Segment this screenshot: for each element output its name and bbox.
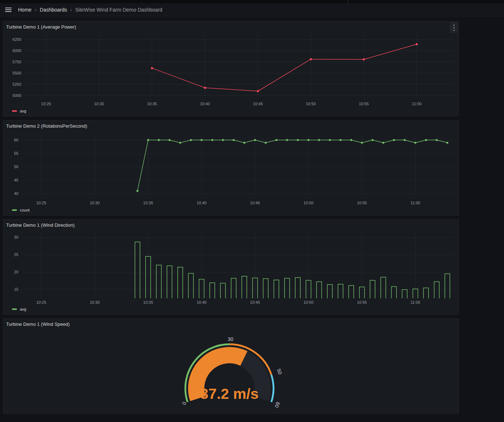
legend-series-marker <box>12 110 17 112</box>
svg-text:10:55: 10:55 <box>359 102 369 106</box>
svg-text:0: 0 <box>181 401 187 406</box>
svg-text:10:40: 10:40 <box>197 300 207 304</box>
svg-text:10:55: 10:55 <box>357 201 367 205</box>
svg-text:11:00: 11:00 <box>412 102 422 106</box>
svg-text:60: 60 <box>274 401 281 409</box>
hamburger-icon <box>5 8 12 8</box>
svg-text:10:25: 10:25 <box>41 102 51 106</box>
breadcrumb-dashboards[interactable]: Dashboards <box>40 7 67 13</box>
svg-text:5750: 5750 <box>13 60 21 64</box>
svg-text:10:40: 10:40 <box>197 201 207 205</box>
svg-text:10:50: 10:50 <box>303 201 314 205</box>
legend-series-marker <box>12 209 17 211</box>
panel-title[interactable]: Turbine Demo 1 (Average Power) <box>6 24 76 30</box>
svg-text:40: 40 <box>14 191 18 196</box>
panel-title[interactable]: Turbine Demo 2 (RotationsPerSecond) <box>6 123 87 129</box>
svg-text:10:30: 10:30 <box>90 201 100 205</box>
legend-series-label: avg <box>20 109 26 113</box>
panel-wind-speed: Turbine Demo 1 (Wind Speed) 030506037.2 … <box>3 318 459 414</box>
svg-text:25: 25 <box>14 252 18 257</box>
svg-text:50: 50 <box>276 368 283 375</box>
svg-text:5500: 5500 <box>13 71 21 75</box>
chevron-right-icon: › <box>70 7 72 13</box>
svg-text:45: 45 <box>14 178 18 182</box>
legend-item-count[interactable]: count <box>12 207 456 213</box>
svg-text:10:35: 10:35 <box>143 300 153 304</box>
svg-text:10:35: 10:35 <box>143 201 153 205</box>
panel-title[interactable]: Turbine Demo 1 (Wind Direction) <box>6 222 75 228</box>
svg-text:10:50: 10:50 <box>306 102 316 106</box>
panel-average-power: Turbine Demo 1 (Average Power) 10:2510:3… <box>3 21 459 116</box>
svg-text:10:25: 10:25 <box>36 300 46 304</box>
nav-bar: Home › Dashboards › SiteWise Wind Farm D… <box>0 3 504 16</box>
svg-text:11:00: 11:00 <box>410 300 420 304</box>
breadcrumb-home[interactable]: Home <box>18 7 31 13</box>
legend-series-label: avg <box>20 307 26 311</box>
legend-item-avg[interactable]: avg <box>12 108 456 114</box>
svg-text:5000: 5000 <box>13 93 21 98</box>
rotations-chart[interactable]: 10:2510:3010:3510:4010:4510:5010:5511:00… <box>6 131 456 206</box>
dashboard-content: Turbine Demo 1 (Average Power) 10:2510:3… <box>0 16 504 414</box>
svg-text:30: 30 <box>228 336 233 342</box>
svg-text:15: 15 <box>14 287 18 291</box>
kebab-icon <box>453 25 455 26</box>
svg-text:11:00: 11:00 <box>410 201 420 205</box>
breadcrumb: Home › Dashboards › SiteWise Wind Farm D… <box>18 7 162 13</box>
svg-text:6250: 6250 <box>13 37 21 42</box>
svg-text:10:45: 10:45 <box>250 300 260 304</box>
svg-text:10:40: 10:40 <box>200 102 210 106</box>
svg-text:30: 30 <box>14 235 18 239</box>
svg-text:10:55: 10:55 <box>357 300 367 304</box>
svg-text:5250: 5250 <box>13 82 21 86</box>
svg-text:10:30: 10:30 <box>90 300 100 304</box>
svg-text:10:50: 10:50 <box>303 300 314 304</box>
panel-menu-button[interactable] <box>450 22 458 33</box>
svg-text:60: 60 <box>14 138 18 142</box>
wind-speed-gauge[interactable]: 030506037.2 m/s <box>6 329 456 412</box>
svg-text:6000: 6000 <box>13 48 21 53</box>
legend-series-marker <box>12 308 17 310</box>
svg-text:10:35: 10:35 <box>147 102 157 106</box>
svg-text:55: 55 <box>14 151 18 155</box>
chevron-right-icon: › <box>35 7 36 13</box>
svg-text:37.2 m/s: 37.2 m/s <box>200 385 259 402</box>
svg-text:10:45: 10:45 <box>253 102 263 106</box>
svg-text:10:30: 10:30 <box>94 102 104 106</box>
svg-text:50: 50 <box>14 165 18 169</box>
legend-series-label: count <box>20 208 30 212</box>
svg-text:10:45: 10:45 <box>250 201 260 205</box>
breadcrumb-current: SiteWise Wind Farm Demo Dashboard <box>75 7 162 13</box>
panel-title[interactable]: Turbine Demo 1 (Wind Speed) <box>6 321 70 327</box>
panel-rotations-per-second: Turbine Demo 2 (RotationsPerSecond) 10:2… <box>3 120 459 216</box>
menu-toggle-button[interactable] <box>4 6 13 13</box>
legend-item-avg[interactable]: avg <box>12 306 456 312</box>
svg-text:20: 20 <box>14 270 18 274</box>
panel-wind-direction: Turbine Demo 1 (Wind Direction) 10:2510:… <box>3 219 459 315</box>
average-power-chart[interactable]: 10:2510:3010:3510:4010:4510:5010:5511:00… <box>6 32 456 107</box>
top-strip <box>0 0 504 3</box>
svg-text:10:25: 10:25 <box>36 201 46 205</box>
wind-direction-chart[interactable]: 10:2510:3010:3510:4010:4510:5010:5511:00… <box>6 230 456 305</box>
